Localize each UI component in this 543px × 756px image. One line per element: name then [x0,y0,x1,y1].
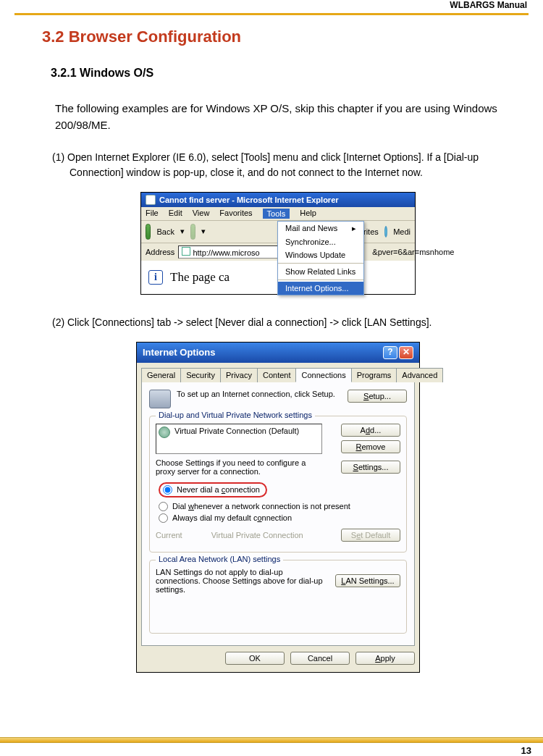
setup-button[interactable]: Setup... [348,390,407,403]
forward-button[interactable] [190,224,195,240]
step-1: (1) Open Internet Explorer (IE 6.0), sel… [52,150,514,180]
tab-privacy[interactable]: Privacy [220,368,258,382]
intro-paragraph: The following examples are for Windows X… [55,100,514,134]
always-dial-label: Always dial my default connection [172,513,292,522]
tab-advanced[interactable]: Advanced [396,368,443,382]
settings-button[interactable]: Settings... [341,461,400,474]
set-default-button[interactable]: Set Default [341,529,400,542]
never-dial-radio-input[interactable] [163,485,172,495]
dd-separator [278,280,363,280]
page-content: 3.2 Browser Configuration 3.2.1 Windows … [42,28,514,673]
tab-programs[interactable]: Programs [351,368,397,382]
screenshot-ie-tools-menu: Cannot find server - Microsoft Internet … [140,192,416,295]
tab-pane-connections: To set up an Internet connection, click … [141,382,415,646]
dialog-title-text: Internet Options [143,347,215,358]
setup-btn-label: etup... [369,392,391,400]
footer-band [0,737,543,743]
header-doc-title: WLBARGS Manual [450,0,527,10]
setup-text: To set up an Internet connection, click … [177,390,342,398]
section-heading: 3.2 Browser Configuration [42,28,514,46]
lan-settings-button[interactable]: LAN Settings... [335,574,400,587]
current-value: Virtual Private Connection [211,531,303,539]
lan-text: LAN Settings do not apply to dial-up con… [156,568,329,594]
dd-synchronize[interactable]: Synchronize... [278,235,363,248]
remove-button[interactable]: Remove [341,440,400,453]
never-dial-radio[interactable]: Never dial a connection [159,482,267,497]
add-button[interactable]: Add... [341,424,400,437]
current-label: Current [156,531,182,539]
step-2: (2) Click [Connections] tab -> select [N… [52,315,514,330]
menu-file[interactable]: File [146,209,159,219]
menu-view[interactable]: View [193,209,210,219]
back-chevron-icon[interactable]: ▾ [180,227,185,236]
back-button[interactable] [146,224,151,240]
dial-whenever-radio[interactable]: Dial whenever a network connection is no… [159,502,400,511]
connections-listbox[interactable]: Virtual Private Connection (Default) [156,424,322,454]
menu-help[interactable]: Help [300,209,316,219]
address-tail: &pver=6&ar=msnhome [372,248,454,256]
always-dial-radio-input[interactable] [159,513,168,523]
help-button-icon[interactable]: ? [383,346,397,359]
menu-favorites[interactable]: Favorites [219,209,252,219]
never-dial-label: Never dial a connection [177,485,260,494]
dialup-vpn-group: Dial-up and Virtual Private Network sett… [149,416,407,553]
ie-titlebar: Cannot find server - Microsoft Internet … [141,193,415,207]
tab-connections[interactable]: Connections [295,368,351,382]
dialup-vpn-title: Dial-up and Virtual Private Network sett… [156,411,315,419]
close-button-icon[interactable]: ✕ [399,346,413,359]
lan-group-title: Local Area Network (LAN) settings [156,555,283,563]
dialog-titlebar: Internet Options ? ✕ [137,343,419,363]
ie-title-text: Cannot find server - Microsoft Internet … [159,196,339,204]
page-number: 13 [521,745,531,756]
cancel-button[interactable]: Cancel [290,652,350,665]
tab-content[interactable]: Content [257,368,297,382]
media-label: Medi [393,227,411,236]
always-dial-radio[interactable]: Always dial my default connection [159,513,400,523]
screenshot-internet-options: Internet Options ? ✕ General Security Pr… [136,342,420,673]
dialog-button-row: OK Cancel Apply [141,652,415,665]
choose-settings-text: Choose Settings if you need to configure… [156,458,322,476]
dd-mail-news[interactable]: Mail and News [278,222,363,235]
info-icon: i [148,270,163,285]
lan-settings-group: Local Area Network (LAN) settings LAN Se… [149,560,407,634]
vpn-item-label: Virtual Private Connection (Default) [174,427,299,435]
subsection-heading: 3.2.1 Windows O/S [51,67,514,80]
tab-general[interactable]: General [141,368,181,382]
ie-menubar: File Edit View Favorites Tools Help [141,207,415,221]
tools-dropdown: Mail and News Synchronize... Windows Upd… [277,221,364,295]
vpn-connection-icon [159,427,170,438]
ie-toolbar: Back ▾ ▾ Mail and News Synchronize... Wi… [141,221,415,243]
network-setup-icon [149,390,171,408]
tab-security[interactable]: Security [180,368,221,382]
dd-internet-options[interactable]: Internet Options... [278,282,363,295]
dial-whenever-label: Dial whenever a network connection is no… [172,502,350,511]
page-body-text: The page ca [170,270,230,285]
header-rule [14,13,529,15]
dial-whenever-radio-input[interactable] [159,502,168,511]
dash-icon: ▾ [201,227,206,236]
ok-button[interactable]: OK [225,652,285,665]
menu-edit[interactable]: Edit [169,209,182,219]
back-label: Back [156,227,174,236]
dd-separator [278,263,363,264]
ie-logo-icon [146,195,156,205]
media-globe-icon[interactable] [384,226,387,238]
dialog-body: General Security Privacy Content Connect… [137,363,419,672]
tab-strip: General Security Privacy Content Connect… [141,367,415,382]
dd-windows-update[interactable]: Windows Update [278,248,363,261]
apply-button[interactable]: Apply [355,652,415,665]
address-value: http://www.microso [193,248,259,257]
address-label: Address [146,248,174,256]
menu-tools[interactable]: Tools [263,209,290,219]
dd-related-links[interactable]: Show Related Links [278,265,363,278]
